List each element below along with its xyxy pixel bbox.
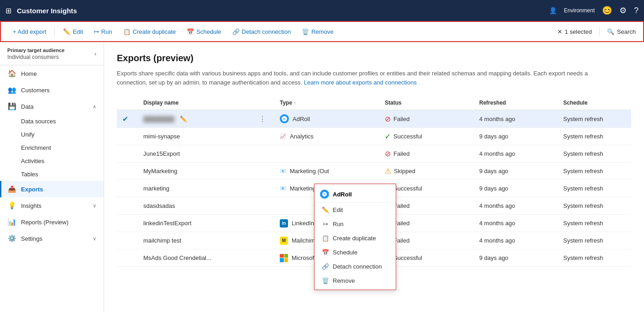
sidebar-item-unify[interactable]: Unify bbox=[21, 128, 104, 141]
row-name-cell: mimi-synapse bbox=[138, 128, 253, 145]
sidebar-item-tables[interactable]: Tables bbox=[21, 168, 104, 181]
search-button[interactable]: 🔍 Search bbox=[607, 28, 636, 35]
audience-chevron-icon: › bbox=[94, 51, 96, 57]
sidebar-item-activities[interactable]: Activities bbox=[21, 154, 104, 168]
context-duplicate-icon: 📋 bbox=[322, 235, 329, 242]
col-type[interactable]: Type ↑ bbox=[274, 96, 379, 110]
data-chevron-icon: ∧ bbox=[93, 104, 96, 110]
row-type-icon-cell bbox=[253, 215, 274, 232]
outbound2-icon: 📧 bbox=[280, 185, 286, 191]
table-row[interactable]: MyMarketing 📧 Marketing (Out ⚠ Skipped bbox=[117, 163, 631, 180]
sidebar-item-reports[interactable]: 📊 Reports (Preview) bbox=[0, 214, 104, 230]
row-checkbox-cell[interactable] bbox=[117, 249, 138, 267]
audience-value: Individual consumers bbox=[7, 54, 64, 60]
context-menu-remove[interactable]: 🗑️ Remove bbox=[314, 274, 396, 288]
row-schedule-cell: System refresh bbox=[558, 163, 631, 180]
row-type-icon-cell: ⋮ bbox=[253, 110, 274, 128]
context-detach-icon: 🔗 bbox=[322, 263, 329, 270]
col-status[interactable]: Status bbox=[379, 96, 474, 110]
settings-icon[interactable]: ⚙ bbox=[619, 5, 627, 16]
audience-selector[interactable]: Primary target audience Individual consu… bbox=[0, 42, 104, 65]
row-more-icon[interactable]: ⋮ bbox=[259, 115, 266, 123]
context-run-icon: ↦ bbox=[322, 221, 329, 227]
page-title: Exports (preview) bbox=[117, 53, 631, 63]
row-checkbox-cell[interactable] bbox=[117, 232, 138, 249]
table-row[interactable]: ✔ ████████ ✏️ ⋮ AdRoll bbox=[117, 110, 631, 128]
sidebar-item-settings[interactable]: ⚙️ Settings ∨ bbox=[0, 230, 104, 247]
outbound-icon: 📧 bbox=[280, 168, 286, 174]
context-menu-schedule[interactable]: 📅 Schedule bbox=[314, 245, 396, 259]
row-type-icon-cell bbox=[253, 163, 274, 180]
table-row[interactable]: mimi-synapse 📈 Analytics ✓ Successful bbox=[117, 128, 631, 145]
row-type-icon-cell bbox=[253, 145, 274, 163]
context-menu-adroll-icon bbox=[320, 190, 329, 199]
row-status-cell: ⊘ Failed bbox=[379, 110, 474, 128]
checkbox-checked-icon: ✔ bbox=[122, 115, 128, 123]
help-icon[interactable]: ? bbox=[634, 6, 639, 16]
sidebar-nav: 🏠 Home 👥 Customers 💾 Data ∧ Data sources… bbox=[0, 65, 104, 312]
run-button[interactable]: ↦ Run bbox=[89, 26, 117, 37]
sort-asc-icon: ↑ bbox=[293, 100, 296, 106]
row-checkbox-cell[interactable]: ✔ bbox=[117, 110, 138, 128]
sidebar-item-customers[interactable]: 👥 Customers bbox=[0, 82, 104, 98]
create-duplicate-button[interactable]: 📋 Create duplicate bbox=[119, 26, 181, 37]
toolbar-sep-2 bbox=[599, 27, 600, 36]
row-checkbox-cell[interactable] bbox=[117, 128, 138, 145]
row-type-icon-cell bbox=[253, 128, 274, 145]
context-menu-detach[interactable]: 🔗 Detach connection bbox=[314, 259, 396, 274]
row-name-cell: marketing bbox=[138, 180, 253, 197]
close-selection-icon[interactable]: ✕ bbox=[557, 28, 562, 35]
sidebar-item-insights[interactable]: 💡 Insights ∨ bbox=[0, 197, 104, 214]
add-export-button[interactable]: + Add export bbox=[8, 26, 51, 37]
row-schedule-cell: System refresh bbox=[558, 232, 631, 249]
user-icon[interactable]: 😊 bbox=[602, 5, 612, 16]
row-refreshed-cell: 9 days ago bbox=[474, 180, 558, 197]
remove-button[interactable]: 🗑️ Remove bbox=[297, 26, 338, 37]
row-checkbox-cell[interactable] bbox=[117, 215, 138, 232]
row-checkbox-cell[interactable] bbox=[117, 197, 138, 215]
schedule-icon: 📅 bbox=[187, 28, 194, 35]
audience-label: Primary target audience bbox=[7, 48, 64, 53]
environment-icon[interactable]: 👤 bbox=[549, 7, 557, 14]
row-checkbox-cell[interactable] bbox=[117, 145, 138, 163]
row-schedule-cell: System refresh bbox=[558, 110, 631, 128]
main-content: Exports (preview) Exports share specific… bbox=[104, 42, 644, 312]
environment-label: Environment bbox=[564, 7, 595, 14]
row-checkbox-cell[interactable] bbox=[117, 163, 138, 180]
row-status-cell: ⊘ Failed bbox=[379, 145, 474, 163]
row-refreshed-cell: 4 months ago bbox=[474, 232, 558, 249]
schedule-button[interactable]: 📅 Schedule bbox=[182, 26, 225, 37]
adroll-icon bbox=[280, 114, 289, 123]
blurred-name: ████████ bbox=[143, 116, 174, 122]
sidebar-item-data-sources[interactable]: Data sources bbox=[21, 115, 104, 128]
selected-count-area: ✕ 1 selected bbox=[557, 28, 592, 35]
insights-icon: 💡 bbox=[7, 201, 16, 210]
success-icon: ✓ bbox=[385, 132, 391, 141]
edit-button[interactable]: ✏️ Edit bbox=[58, 26, 87, 37]
row-schedule-cell: System refresh bbox=[558, 180, 631, 197]
table-row[interactable]: June15Export ⊘ Failed 4 months ago Syste… bbox=[117, 145, 631, 163]
context-menu-run[interactable]: ↦ Run bbox=[314, 217, 396, 231]
context-menu-title: AdRoll bbox=[333, 191, 352, 198]
trash-icon: 🗑️ bbox=[302, 28, 309, 35]
context-menu-edit[interactable]: ✏️ Edit bbox=[314, 203, 396, 217]
col-display-name[interactable]: Display name bbox=[138, 96, 253, 110]
learn-more-link[interactable]: Learn more about exports and connections bbox=[304, 79, 417, 86]
col-refreshed[interactable]: Refreshed bbox=[474, 96, 558, 110]
row-edit-icon[interactable]: ✏️ bbox=[180, 116, 187, 122]
analytics-icon: 📈 bbox=[280, 133, 286, 139]
sidebar-item-home[interactable]: 🏠 Home bbox=[0, 65, 104, 82]
row-type-icon-cell bbox=[253, 232, 274, 249]
sidebar-item-data[interactable]: 💾 Data ∧ bbox=[0, 98, 104, 115]
context-menu-duplicate[interactable]: 📋 Create duplicate bbox=[314, 231, 396, 245]
detach-icon: 🔗 bbox=[232, 28, 240, 35]
grid-icon[interactable]: ⊞ bbox=[5, 6, 11, 15]
col-checkbox bbox=[117, 96, 138, 110]
row-schedule-cell: System refresh bbox=[558, 145, 631, 163]
msads-icon bbox=[280, 254, 288, 262]
col-schedule[interactable]: Schedule bbox=[558, 96, 631, 110]
sidebar-item-exports[interactable]: 📤 Exports bbox=[0, 181, 104, 197]
detach-connection-button[interactable]: 🔗 Detach connection bbox=[228, 26, 296, 37]
row-checkbox-cell[interactable] bbox=[117, 180, 138, 197]
sidebar-item-enrichment[interactable]: Enrichment bbox=[21, 141, 104, 154]
